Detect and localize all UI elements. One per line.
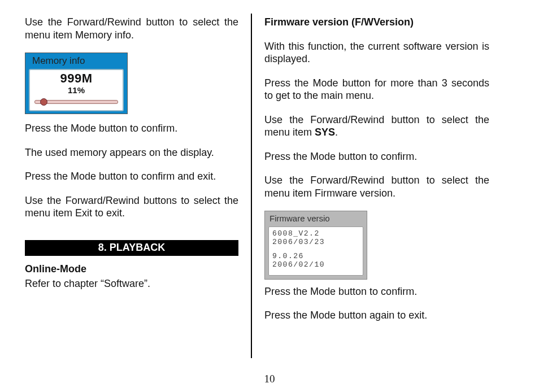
left-column: Use the Forward/Rewind button to select … [25,16,251,356]
online-mode-heading: Online-Mode [25,263,238,276]
firmware-screen-title: Firmware versio [265,211,367,227]
section-header-playback: 8. PLAYBACK [25,240,238,256]
right-p3: Use the Forward/Rewind button to select … [264,114,489,139]
memory-info-screen: Memory info 999M 11% [25,53,128,114]
online-mode-text: Refer to chapter “Software”. [25,277,238,290]
memory-info-percent: 11% [32,86,120,94]
memory-slider [34,98,118,106]
right-p1: With this function, the current software… [264,40,489,66]
right-p3a: Use the Forward/Rewind button to select … [264,114,489,138]
right-p7: Press the Mode button again to exit. [264,309,489,322]
left-p4: Press the Mode button to confirm and exi… [25,170,238,183]
firmware-screen: Firmware versio 6008_V2.2 2006/03/23 9.0… [264,211,367,280]
fw-line1: 6008_V2.2 [272,230,359,238]
manual-page: Use the Forward/Rewind button to select … [0,0,539,361]
firmware-screen-box: 6008_V2.2 2006/03/23 9.0.26 2006/02/10 [268,227,363,276]
right-p6: Press the Mode button to confirm. [264,285,489,298]
left-p5: Use the Forward/Rewind buttons to select… [25,194,238,220]
right-p3-sys: SYS [315,127,335,138]
memory-info-title: Memory info [25,53,127,69]
left-p3: The used memory appears on the display. [25,146,238,159]
right-p3c: . [335,127,338,138]
memory-info-value: 999M [32,72,120,85]
firmware-heading: Firmware version (F/WVersion) [264,16,489,29]
fw-line2: 2006/03/23 [272,238,359,247]
left-p1: Use the Forward/Rewind button to select … [25,16,238,41]
right-p4: Press the Mode button to confirm. [264,150,489,163]
right-column: Firmware version (F/WVersion) With this … [252,16,489,356]
memory-info-box: 999M 11% [29,69,124,111]
fw-line4: 2006/02/10 [272,261,359,269]
right-p2: Press the Mode button for more than 3 se… [264,77,489,102]
right-p5: Use the Forward/Rewind button to select … [264,174,489,199]
left-p2: Press the Mode button to confirm. [25,122,238,135]
memory-slider-knob [40,98,47,106]
fw-line3: 9.0.26 [272,252,359,261]
page-number: 10 [0,373,539,385]
